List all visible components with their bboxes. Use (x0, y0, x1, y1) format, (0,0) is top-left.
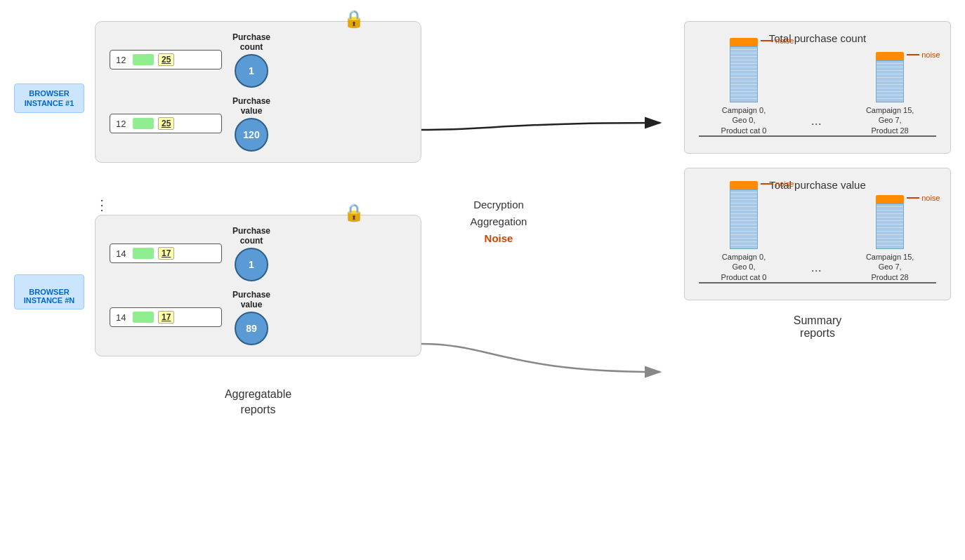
chart1-noise-text-1: noise (775, 36, 794, 45)
cell-num-1a1: 12 (116, 55, 129, 65)
decryption-label: Decryption (435, 196, 562, 213)
cell-green-na (133, 248, 154, 259)
arrow-count-path (421, 123, 660, 130)
cell-green-1b (133, 118, 154, 129)
noise-line-2 (907, 54, 919, 55)
cell-num-1b1: 12 (116, 119, 129, 129)
chart2-noise-tag-2: noise (907, 194, 940, 202)
circle-val-count-n: 1 (235, 248, 268, 281)
chart1-bar1: noise Campaign 0, Geo 0, Product cat 0 (721, 38, 767, 135)
right-section: Total purchase count noise (684, 21, 951, 340)
metric-value-label-1: Purchase value (232, 96, 270, 116)
chart1-bar1-noise (730, 38, 758, 46)
chart2-bar2: noise Campaign 15, Geo 7, Product 28 (866, 195, 914, 282)
chart2-dots: ... (811, 260, 822, 282)
purchase-value-group-n: 14 17 Purchase value 89 (110, 290, 407, 345)
chart1-bar2-noise (876, 52, 904, 60)
chart2-noise-text-2: noise (921, 194, 940, 202)
chart1-noise-tag-1: noise (761, 36, 794, 45)
circle-val-value-1: 120 (235, 118, 268, 152)
chart2-bar1-noise (730, 181, 758, 189)
purchase-count-group-1: 12 25 Purchase count 1 (110, 32, 407, 88)
chart1-bar1-stripes (730, 47, 757, 102)
chart1-noise-text-2: noise (921, 51, 940, 59)
chart1-bar2-label: Campaign 15, Geo 7, Product 28 (866, 105, 914, 135)
metric-circle-value-n: Purchase value 89 (232, 290, 270, 345)
chart1-bar1-label: Campaign 0, Geo 0, Product cat 0 (721, 105, 767, 135)
chart2-area: noise Campaign 0, Geo 0, Product cat 0 .… (699, 199, 936, 284)
circle-val-count-1: 1 (235, 54, 268, 88)
chart2-bar2-main (876, 204, 904, 249)
chart2-bar2-label: Campaign 15, Geo 7, Product 28 (866, 252, 914, 282)
chart2-bar1-main (730, 189, 758, 249)
report-box-1: 🔒 12 25 Purchase count 1 (95, 21, 421, 163)
chart2-bar2-noise (876, 195, 904, 204)
lock-icon-1: 🔒 (343, 9, 365, 29)
arrow-value-path (421, 344, 660, 372)
chart1-bar2-stripes (877, 61, 903, 102)
cell-num-nb1: 14 (116, 312, 129, 323)
noise-line-3 (761, 183, 773, 185)
summary-box-value: Total purchase value noise (684, 168, 951, 300)
purchase-count-group-n: 14 17 Purchase count 1 (110, 226, 407, 281)
aggregation-label: Aggregation (435, 213, 562, 230)
summary-box-count: Total purchase count noise (684, 21, 951, 154)
report-box-n: 🔒 14 17 Purchase count 1 (95, 215, 421, 356)
noise-line-4 (907, 197, 919, 199)
noise-label: Noise (435, 230, 562, 247)
cell-yellow-1a: 25 (158, 53, 174, 66)
chart1-bar2-wrapper: noise (876, 52, 904, 102)
aggregatable-reports-label: Aggregatable reports (95, 387, 421, 418)
chart1-bar2: noise Campaign 15, Geo 7, Product 28 (866, 52, 914, 135)
chart1-bar1-wrapper: noise (730, 38, 758, 102)
data-row-1b: 12 25 (110, 114, 222, 133)
noise-line-1 (761, 40, 773, 41)
chart1-noise-tag-2: noise (907, 51, 940, 59)
cell-yellow-na: 17 (158, 247, 174, 260)
data-row-na: 14 17 (110, 244, 222, 263)
data-row-1a: 12 25 (110, 50, 222, 69)
chart2-noise-tag-1: noise (761, 180, 794, 188)
browser-label-n: BROWSER INSTANCE #N (14, 274, 84, 309)
left-section: BROWSER INSTANCE #1 🔒 12 25 Purchase cou… (14, 21, 421, 418)
metric-count-label-n: Purchase count (232, 226, 270, 246)
cell-num-na1: 14 (116, 248, 129, 259)
dots-separator: ⋮ (95, 196, 421, 213)
metric-circle-count-1: Purchase count 1 (232, 32, 270, 88)
metric-circle-count-n: Purchase count 1 (232, 226, 270, 281)
middle-section: Decryption Aggregation Noise (435, 196, 562, 247)
chart2-bar1-label: Campaign 0, Geo 0, Product cat 0 (721, 252, 767, 282)
chart2-noise-text-1: noise (775, 180, 794, 188)
chart2-bar2-wrapper: noise (876, 195, 904, 249)
chart2-bar1: noise Campaign 0, Geo 0, Product cat 0 (721, 181, 767, 282)
chart2-bar2-stripes (877, 204, 903, 248)
metric-circle-value-1: Purchase value 120 (232, 96, 270, 152)
data-row-nb: 14 17 (110, 307, 222, 327)
lock-icon-n: 🔒 (343, 203, 365, 222)
chart1-bar2-main (876, 60, 904, 102)
circle-val-value-n: 89 (235, 312, 268, 345)
summary-reports-label: Summary reports (684, 314, 951, 340)
chart1-bar1-main (730, 46, 758, 102)
chart1-dots: ... (811, 114, 822, 135)
chart2-bar1-wrapper: noise (730, 181, 758, 249)
main-container: BROWSER INSTANCE #1 🔒 12 25 Purchase cou… (0, 0, 965, 560)
chart1-area: noise Campaign 0, Geo 0, Product cat 0 .… (699, 53, 936, 137)
purchase-value-group-1: 12 25 Purchase value 120 (110, 96, 407, 152)
metric-value-label-n: Purchase value (232, 290, 270, 310)
cell-yellow-nb: 17 (158, 311, 174, 324)
cell-yellow-1b: 25 (158, 117, 174, 130)
browser-label-1: BROWSER INSTANCE #1 (14, 84, 84, 113)
cell-green-1a (133, 54, 154, 65)
chart2-bar1-stripes (730, 190, 757, 248)
metric-count-label-1: Purchase count (232, 32, 270, 53)
browser-instance-1: BROWSER INSTANCE #1 🔒 12 25 Purchase cou… (14, 21, 421, 175)
cell-green-nb (133, 312, 154, 323)
browser-instance-n: BROWSER INSTANCE #N 🔒 14 17 Purchase cou… (14, 215, 421, 369)
